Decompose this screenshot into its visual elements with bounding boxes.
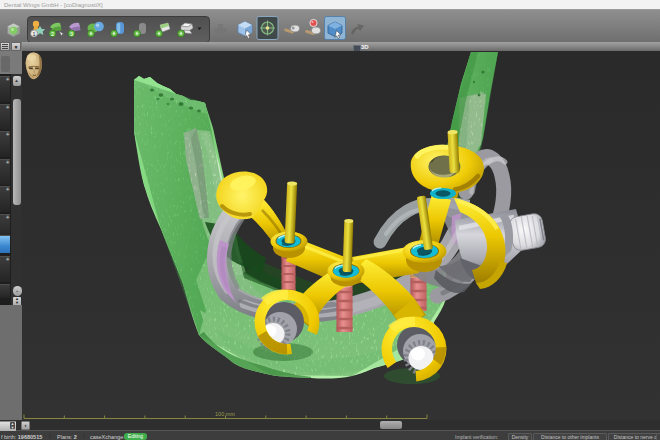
svg-text:1: 1 bbox=[32, 31, 35, 37]
svg-text:3: 3 bbox=[70, 31, 73, 37]
svg-text:100 mm: 100 mm bbox=[215, 411, 235, 417]
svg-text:2: 2 bbox=[51, 31, 54, 37]
